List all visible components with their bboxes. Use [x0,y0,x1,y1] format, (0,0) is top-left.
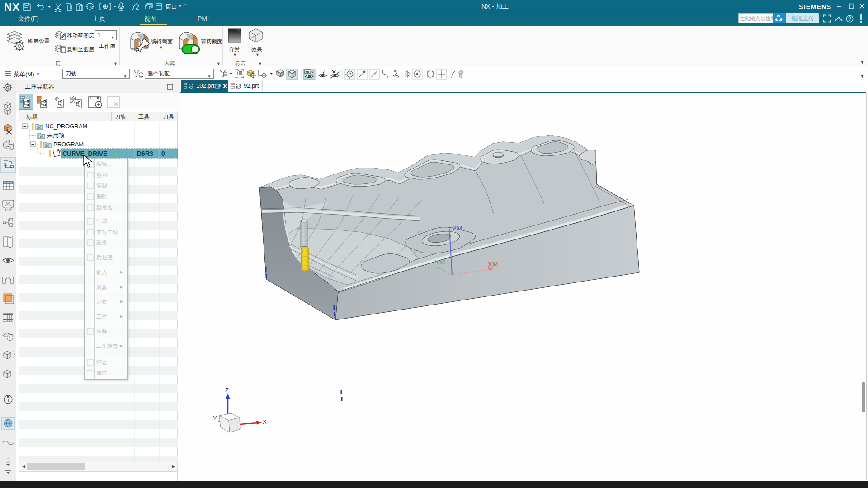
svg-text:X: X [263,418,267,425]
svg-text:D6R3: D6R3 [137,150,153,157]
svg-text:未用项: 未用项 [47,132,65,139]
svg-text:NC_PROGRAM: NC_PROGRAM [45,123,87,130]
svg-text:0: 0 [161,150,165,157]
svg-text:Y: Y [213,415,217,422]
svg-text:XM: XM [488,260,498,268]
svg-text:PROGRAM: PROGRAM [53,141,84,148]
svg-text:ZM: ZM [453,224,462,232]
svg-text:MCS: MCS [306,70,313,74]
svg-text:Z: Z [225,387,229,394]
svg-text:YM: YM [435,258,445,266]
